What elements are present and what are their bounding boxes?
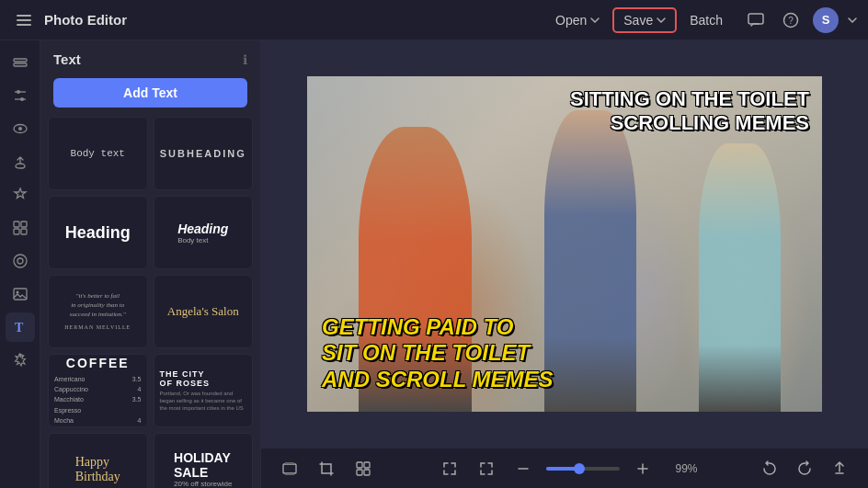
template-script[interactable]: Angela's Salon [154,275,254,348]
template-birthday[interactable]: HappyBirthday [48,433,148,488]
svg-rect-26 [364,470,370,475]
svg-rect-11 [14,221,19,227]
sidebar-item-sliders[interactable] [6,81,35,110]
redo-button[interactable] [791,455,818,482]
svg-rect-22 [285,473,294,475]
bottom-right-tools [756,455,853,482]
open-button[interactable]: Open [546,8,609,32]
avatar[interactable]: S [813,7,839,33]
city-body: Portland, Or was founded and began selli… [160,391,247,412]
text-panel: Text ℹ Add Text Body text SUBHEADING Hea… [40,40,261,488]
menu-button[interactable] [11,7,37,33]
zoom-slider[interactable] [546,467,620,471]
expand-button[interactable] [436,455,463,482]
heading-body-container: Heading Body text [170,214,235,252]
svg-rect-21 [285,462,294,464]
eye-icon [12,120,29,137]
sidebar-item-effects[interactable] [6,346,35,375]
holiday-container: HOLIDAYSALE 20% off storewide [168,446,237,488]
save-button[interactable]: Save [612,7,677,33]
zoom-out-icon [515,460,531,477]
sidebar-item-image[interactable] [6,279,35,309]
template-subheading[interactable]: SUBHEADING [154,117,254,190]
fit-button[interactable] [473,455,500,482]
zoom-in-button[interactable] [629,455,657,482]
layers-button[interactable] [276,455,303,482]
add-text-button[interactable]: Add Text [53,78,247,108]
meme-image[interactable]: SITTING ON THE TOILETSCROLLING MEMES GET… [307,76,822,412]
svg-point-8 [20,97,24,101]
template-quote[interactable]: "it's better to failin originality than … [48,275,148,348]
birthday-label: HappyBirthday [75,455,120,484]
template-city[interactable]: THE CITYOF ROSES Portland, Or was founde… [154,354,254,427]
zoom-slider-thumb[interactable] [574,463,585,474]
meme-bottom-text: GETTING PAID TOSIT ON THE TOILETAND SCRO… [322,314,554,393]
template-heading-body[interactable]: Heading Body text [154,196,254,269]
meme-top-text: SITTING ON THE TOILETSCROLLING MEMES [570,87,809,136]
effects-icon [12,352,29,369]
sidebar-item-text[interactable]: T [6,312,35,342]
template-holiday[interactable]: HOLIDAYSALE 20% off storewide [154,433,254,488]
fit-icon [478,460,495,477]
city-title: THE CITYOF ROSES [160,369,247,390]
zoom-out-button[interactable] [509,455,537,482]
help-icon-button[interactable]: ? [778,7,804,33]
icon-sidebar: T [0,40,40,488]
coffee-title: COFFEE [54,356,142,370]
chat-icon-button[interactable] [743,7,769,33]
coffee-items: Americano3.5 Cappuccino4 Macchiato3.5 Es… [54,374,142,426]
magic-icon [12,187,29,203]
topbar: Photo Editor Open Save Batch ? S [0,0,868,40]
heading-bold-label: Heading [65,223,131,243]
template-body-text[interactable]: Body text [48,117,148,190]
layout-icon [12,220,29,236]
canvas-wrapper[interactable]: SITTING ON THE TOILETSCROLLING MEMES GET… [261,40,868,448]
topbar-center: Open Save Batch [546,7,732,33]
sidebar-item-elements[interactable] [6,246,35,276]
save-chevron-icon [657,17,666,23]
info-icon[interactable]: ℹ [243,52,247,67]
svg-rect-12 [21,221,27,227]
svg-rect-3 [14,59,27,62]
share-button[interactable] [826,455,853,482]
layers-icon [12,54,29,71]
svg-rect-14 [21,229,27,234]
heading-body-subtext: Body text [177,236,208,244]
topbar-right: ? S [743,7,857,33]
help-icon: ? [782,12,799,28]
svg-rect-13 [14,229,19,234]
canvas-area: SITTING ON THE TOILETSCROLLING MEMES GET… [261,40,868,488]
sidebar-item-magic[interactable] [6,180,35,210]
svg-rect-17 [14,289,27,300]
svg-rect-20 [283,464,296,473]
template-coffee[interactable]: COFFEE Americano3.5 Cappuccino4 Macchiat… [48,354,148,427]
avatar-chevron-icon [848,17,857,23]
sidebar-item-layout[interactable] [6,213,35,243]
svg-rect-0 [748,14,763,24]
template-heading-bold[interactable]: Heading [48,196,148,269]
undo-button[interactable] [756,455,783,482]
svg-rect-4 [14,63,27,66]
open-chevron-icon [590,17,600,23]
svg-rect-25 [357,470,362,475]
sidebar-item-brush[interactable] [6,147,35,176]
grid-button[interactable] [349,455,377,482]
svg-point-18 [16,291,18,294]
zoom-in-icon [634,460,651,477]
subheading-label: SUBHEADING [160,148,246,159]
expand-icon [441,460,458,477]
script-label: Angela's Salon [167,304,239,319]
crop-icon [318,460,335,477]
panel-header: Text ℹ [40,40,260,74]
city-container: THE CITYOF ROSES Portland, Or was founde… [154,364,253,418]
batch-button[interactable]: Batch [680,8,732,32]
crop-button[interactable] [313,455,340,482]
coffee-container: COFFEE Americano3.5 Cappuccino4 Macchiat… [49,354,147,427]
layers-tool-icon [281,460,298,477]
sidebar-item-eye[interactable] [6,114,35,143]
app-title: Photo Editor [44,12,127,28]
svg-text:?: ? [788,16,794,26]
chat-icon [748,13,764,28]
figure-center [544,110,637,413]
sidebar-item-layers[interactable] [6,48,35,77]
